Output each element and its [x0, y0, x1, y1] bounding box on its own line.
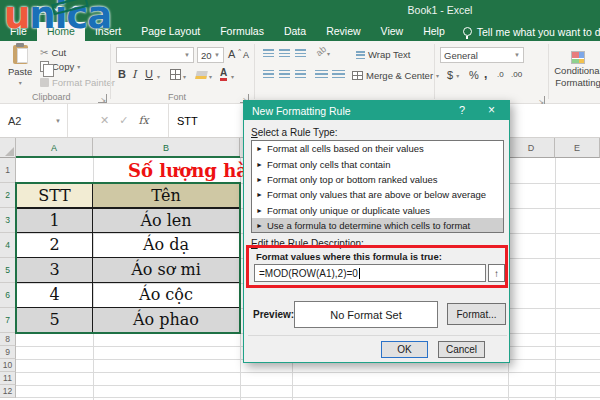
row-header-10[interactable]: 10: [0, 359, 16, 372]
tab-formulas[interactable]: Formulas: [210, 22, 274, 41]
tab-data[interactable]: Data: [274, 22, 316, 41]
borders-icon[interactable]: [170, 69, 181, 80]
font-color-dropdown-icon[interactable]: ▾: [231, 73, 234, 80]
table-cell-stt[interactable]: 4: [16, 283, 93, 308]
decrease-decimal-button[interactable]: .00: [511, 70, 522, 79]
align-middle-icon[interactable]: [279, 49, 290, 57]
rule-type-item[interactable]: ►Format only values that are above or be…: [252, 187, 503, 202]
increase-decimal-button[interactable]: .0: [497, 70, 504, 79]
row-header-5[interactable]: 5: [0, 258, 16, 283]
align-left-icon[interactable]: [263, 70, 274, 78]
bold-button[interactable]: B: [118, 68, 126, 80]
rule-type-item[interactable]: ►Format all cells based on their values: [252, 141, 503, 156]
tab-help[interactable]: Help: [413, 22, 455, 41]
rule-type-item[interactable]: ►Format only unique or duplicate values: [252, 203, 503, 218]
wrap-text-button[interactable]: Wrap Text: [356, 49, 410, 60]
tab-view[interactable]: View: [371, 22, 414, 41]
rule-type-item[interactable]: ►Format only cells that contain: [252, 156, 503, 171]
format-painter-button[interactable]: Format Painter: [40, 77, 115, 88]
column-header-e[interactable]: E: [555, 138, 600, 158]
row-header-6[interactable]: 6: [0, 283, 16, 308]
row-header-8[interactable]: 8: [0, 333, 16, 346]
fill-color-icon[interactable]: [195, 71, 208, 79]
rule-type-item[interactable]: ►Use a formula to determine which cells …: [252, 218, 503, 233]
paste-dropdown-icon[interactable]: ▾: [19, 79, 22, 86]
insert-function-icon[interactable]: fx: [138, 114, 148, 127]
italic-button[interactable]: I: [132, 68, 136, 81]
font-size-combobox[interactable]: 20▼: [197, 47, 224, 63]
row-header-9[interactable]: 9: [0, 346, 16, 359]
increase-indent-icon[interactable]: [332, 70, 345, 78]
formula-input[interactable]: =MOD(ROW(A1),2)=0: [254, 264, 486, 282]
formula-bar-content[interactable]: STT: [168, 104, 198, 137]
table-row: 1Áo len: [16, 208, 240, 233]
tab-review[interactable]: Review: [316, 22, 370, 41]
tell-me-box[interactable]: Tell me what you want to do: [455, 22, 600, 41]
cancel-button[interactable]: Cancel: [438, 341, 485, 358]
row-header-11[interactable]: 11: [0, 372, 16, 385]
table-cell-name[interactable]: Áo cộc: [93, 283, 240, 308]
font-name-combobox[interactable]: ▼: [116, 47, 194, 63]
rule-type-item[interactable]: ►Format only top or bottom ranked values: [252, 172, 503, 187]
ok-button[interactable]: OK: [381, 341, 428, 358]
collapse-dialog-button[interactable]: ↑: [488, 264, 505, 282]
merge-center-button[interactable]: Merge & Center ▾: [352, 70, 439, 81]
conditional-formatting-button[interactable]: Conditional Formatting: [556, 51, 600, 88]
shrink-font-button[interactable]: A: [243, 50, 249, 60]
dialog-title-bar[interactable]: New Formatting Rule: [244, 101, 509, 120]
align-top-icon[interactable]: [263, 49, 274, 57]
table-cell-name[interactable]: Áo dạ: [93, 233, 240, 258]
tab-page-layout[interactable]: Page Layout: [131, 22, 210, 41]
enter-entry-icon[interactable]: ✓: [119, 114, 128, 127]
table-cell-name[interactable]: Áo len: [93, 208, 240, 233]
row-header-2[interactable]: 2: [0, 183, 16, 208]
name-box-dropdown-icon[interactable]: ▼: [55, 118, 61, 124]
table-cell-stt[interactable]: 3: [16, 258, 93, 283]
table-cell-stt[interactable]: 2: [16, 233, 93, 258]
accounting-dropdown-icon[interactable]: ▾: [456, 72, 459, 79]
clipboard-dialog-launcher-icon[interactable]: ↘: [98, 94, 107, 103]
column-header-b[interactable]: B: [93, 138, 240, 158]
merge-center-dropdown-icon[interactable]: ▾: [436, 72, 439, 79]
underline-dropdown-icon[interactable]: ▾: [157, 73, 160, 80]
percent-style-button[interactable]: %: [469, 69, 479, 81]
accounting-format-button[interactable]: $▾: [447, 69, 459, 81]
column-header-a[interactable]: A: [16, 138, 93, 158]
collapse-dialog-icon: ↑: [494, 268, 499, 279]
help-icon[interactable]: ?: [459, 104, 465, 116]
align-center-icon[interactable]: [279, 70, 290, 78]
cancel-entry-icon[interactable]: ✕: [100, 114, 109, 127]
row-header-12[interactable]: 12: [0, 385, 16, 398]
font-color-icon[interactable]: A: [220, 68, 227, 81]
underline-button[interactable]: U: [145, 68, 153, 80]
orientation-icon[interactable]: ab: [314, 44, 328, 58]
table-header-ten[interactable]: Tên: [93, 183, 240, 208]
table-cell-stt[interactable]: 1: [16, 208, 93, 233]
row-header-7[interactable]: 7: [0, 308, 16, 333]
paste-button[interactable]: Paste ▾: [8, 45, 32, 86]
borders-dropdown-icon[interactable]: ▾: [183, 73, 186, 80]
table-cell-stt[interactable]: 5: [16, 308, 93, 333]
table-cell-name[interactable]: Áo sơ mi: [93, 258, 240, 283]
name-box[interactable]: A2 ▼: [0, 104, 68, 137]
fill-color-dropdown-icon[interactable]: ▾: [209, 73, 212, 80]
close-icon[interactable]: ×: [488, 103, 495, 117]
align-bottom-icon[interactable]: [295, 49, 306, 57]
copy-button[interactable]: Copy ▾: [40, 61, 80, 72]
comma-style-button[interactable]: ,: [484, 67, 487, 81]
orientation-dropdown-icon[interactable]: ▾: [327, 50, 330, 57]
align-right-icon[interactable]: [295, 70, 306, 78]
select-all-corner[interactable]: [0, 138, 16, 158]
decrease-indent-icon[interactable]: [315, 70, 328, 78]
table-cell-name[interactable]: Áo phao: [93, 308, 240, 333]
grow-font-button[interactable]: A^: [228, 48, 241, 60]
row-header-3[interactable]: 3: [0, 208, 16, 233]
format-button[interactable]: Format...: [447, 303, 506, 325]
copy-dropdown-icon[interactable]: ▾: [77, 63, 80, 70]
column-header-d[interactable]: D: [508, 138, 555, 158]
table-header-stt[interactable]: STT: [16, 183, 93, 208]
row-header-1[interactable]: 1: [0, 158, 16, 183]
row-header-4[interactable]: 4: [0, 233, 16, 258]
cut-button[interactable]: ✂ Cut: [40, 47, 66, 58]
number-format-combobox[interactable]: General▼: [440, 47, 524, 63]
